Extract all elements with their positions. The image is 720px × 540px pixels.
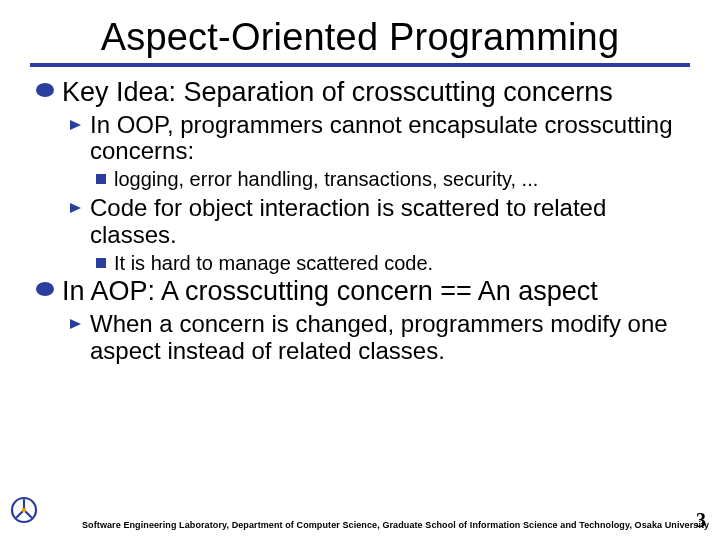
bullet-level3: It is hard to manage scattered code.	[36, 252, 690, 275]
bullet-text: It is hard to manage scattered code.	[114, 252, 433, 274]
triangle-bullet-icon	[70, 319, 81, 329]
slide-footer: Software Engineering Laboratory, Departm…	[0, 506, 720, 534]
title-underline	[30, 63, 690, 67]
slide: Aspect-Oriented Programming Key Idea: Se…	[0, 0, 720, 540]
slide-title: Aspect-Oriented Programming	[30, 10, 690, 63]
page-number: 3	[696, 509, 706, 532]
slide-content: Key Idea: Separation of crosscutting con…	[30, 77, 690, 364]
bullet-level2: In OOP, programmers cannot encapsulate c…	[36, 112, 690, 166]
bullet-level2: When a concern is changed, programmers m…	[36, 311, 690, 365]
bullet-text: When a concern is changed, programmers m…	[90, 310, 668, 364]
bullet-level3: logging, error handling, transactions, s…	[36, 168, 690, 191]
bullet-text: In OOP, programmers cannot encapsulate c…	[90, 111, 673, 165]
bullet-level1: In AOP: A crosscutting concern == An asp…	[36, 276, 690, 307]
square-bullet-icon	[96, 174, 106, 184]
bullet-text: logging, error handling, transactions, s…	[114, 168, 538, 190]
svg-point-1	[22, 508, 26, 512]
university-logo-icon	[10, 496, 38, 524]
bullet-level2: Code for object interaction is scattered…	[36, 195, 690, 249]
triangle-bullet-icon	[70, 120, 81, 130]
bullet-text: Code for object interaction is scattered…	[90, 194, 606, 248]
square-bullet-icon	[96, 258, 106, 268]
bullet-text: In AOP: A crosscutting concern == An asp…	[62, 276, 598, 306]
bullet-text: Key Idea: Separation of crosscutting con…	[62, 77, 613, 107]
oval-bullet-icon	[36, 83, 54, 97]
oval-bullet-icon	[36, 282, 54, 296]
footer-affiliation: Software Engineering Laboratory, Departm…	[82, 520, 709, 530]
bullet-level1: Key Idea: Separation of crosscutting con…	[36, 77, 690, 108]
triangle-bullet-icon	[70, 203, 81, 213]
